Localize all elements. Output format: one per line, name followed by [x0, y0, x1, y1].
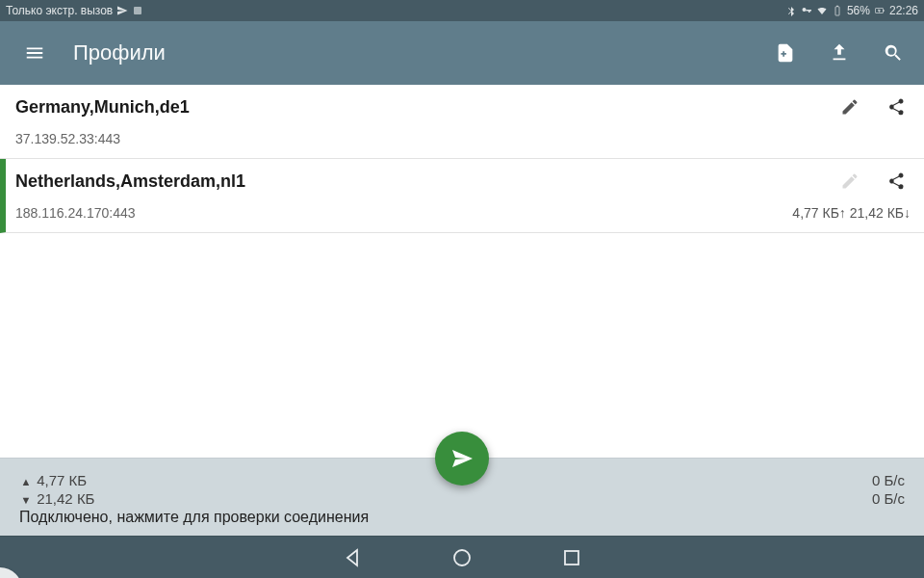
triangle-back-icon [341, 546, 364, 569]
pencil-icon [840, 97, 860, 117]
hamburger-icon [24, 42, 45, 64]
battery-saver-icon [832, 5, 843, 16]
profile-row[interactable]: Netherlands,Amsterdam,nl1 188.116.24.170… [0, 159, 924, 233]
paper-plane-icon [450, 447, 474, 470]
profile-address: 188.116.24.170:443 [15, 205, 136, 221]
download-total: ▼ 21,42 КБ [19, 490, 94, 507]
status-left-text: Только экстр. вызов [6, 4, 113, 17]
system-navbar [0, 536, 924, 578]
wifi-icon [816, 5, 828, 16]
pencil-icon [840, 171, 860, 191]
connection-status-text: Подключено, нажмите для проверки соедине… [19, 509, 905, 526]
bluetooth-icon [785, 5, 797, 16]
nav-recent-button[interactable] [560, 546, 583, 569]
upload-rate: 0 Б/с [872, 472, 905, 488]
square-recent-icon [560, 546, 583, 569]
upload-total: ▲ 4,77 КБ [19, 472, 87, 488]
key-icon [801, 5, 812, 16]
edit-profile-button[interactable] [839, 96, 860, 118]
search-button[interactable] [880, 39, 907, 66]
share-profile-button[interactable] [886, 96, 907, 118]
connection-panel[interactable]: ▲ 4,77 КБ 0 Б/с ▼ 21,42 КБ 0 Б/с Подключ… [0, 458, 924, 536]
nav-home-button[interactable] [450, 546, 474, 569]
empty-area [0, 233, 924, 458]
connect-fab[interactable] [435, 432, 489, 486]
profile-address: 37.139.52.33:443 [15, 131, 120, 146]
upload-button[interactable] [826, 39, 853, 66]
upload-icon [829, 42, 850, 64]
battery-percent: 56% [847, 4, 870, 17]
circle-home-icon [450, 546, 474, 569]
app-bar: Профили [0, 21, 924, 85]
svg-point-3 [454, 550, 470, 565]
svg-rect-0 [134, 7, 141, 14]
svg-rect-4 [565, 551, 578, 565]
system-statusbar: Только экстр. вызов 56% [0, 0, 924, 21]
share-profile-button[interactable] [886, 171, 907, 192]
nav-back-button[interactable] [341, 546, 364, 569]
battery-charging-icon [874, 5, 886, 16]
search-icon [883, 42, 904, 64]
profile-name: Netherlands,Amsterdam,nl1 [15, 171, 839, 192]
download-rate: 0 Б/с [872, 490, 905, 507]
edit-profile-button[interactable] [839, 171, 860, 192]
menu-button[interactable] [17, 36, 52, 70]
profile-list: Germany,Munich,de1 37.139.52.33:443 Neth… [0, 85, 924, 233]
share-icon [886, 171, 906, 191]
share-icon [886, 97, 906, 117]
profile-traffic: 4,77 КБ↑ 21,42 КБ↓ [792, 205, 911, 221]
new-profile-button[interactable] [772, 39, 799, 66]
profile-name: Germany,Munich,de1 [15, 97, 839, 118]
file-plus-icon [775, 42, 796, 64]
clock-text: 22:26 [889, 4, 918, 17]
appbar-title: Профили [73, 40, 772, 66]
profile-row[interactable]: Germany,Munich,de1 37.139.52.33:443 [0, 85, 924, 159]
svg-rect-2 [883, 10, 884, 12]
app-small-icon [132, 5, 143, 16]
send-small-icon [116, 5, 128, 16]
